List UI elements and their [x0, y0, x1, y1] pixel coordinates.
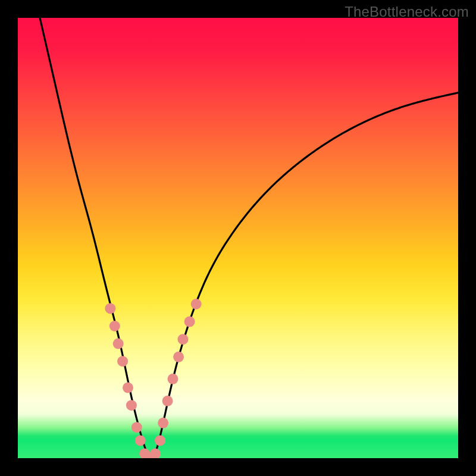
bottleneck-curve: [40, 18, 458, 458]
curve-layer: [40, 18, 458, 458]
marker-dot: [131, 422, 142, 433]
marker-dot: [113, 339, 124, 349]
marker-dot: [126, 400, 137, 411]
marker-dot: [135, 435, 146, 446]
marker-dot: [150, 449, 161, 458]
marker-dot: [178, 334, 189, 345]
plot-area: [18, 18, 458, 458]
marker-dot: [155, 435, 165, 446]
chart-svg: [18, 18, 458, 458]
marker-dot: [158, 418, 168, 428]
marker-dot: [117, 356, 128, 367]
marker-dot: [184, 317, 195, 327]
markers-layer: [105, 299, 201, 458]
marker-dot: [105, 303, 115, 314]
marker-dot: [191, 299, 202, 309]
marker-dot: [162, 396, 173, 406]
watermark-text: TheBottleneck.com: [345, 4, 469, 20]
marker-dot: [173, 352, 184, 362]
marker-dot: [109, 321, 120, 331]
marker-dot: [167, 374, 178, 384]
chart-frame: TheBottleneck.com: [0, 0, 476, 476]
marker-dot: [123, 383, 133, 393]
